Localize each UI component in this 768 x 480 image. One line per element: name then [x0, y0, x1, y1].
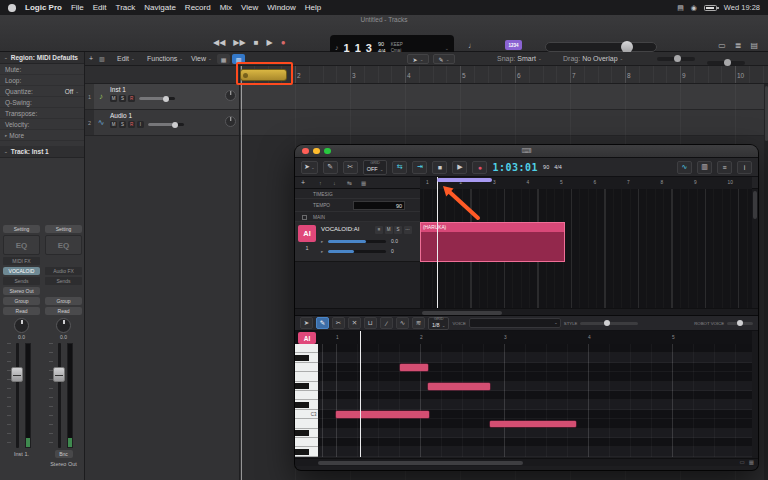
- volume-fader[interactable]: [45, 343, 82, 448]
- main-row[interactable]: MAIN: [295, 212, 420, 222]
- param-row-more[interactable]: ▸More: [0, 130, 84, 141]
- solo-button[interactable]: S: [119, 95, 126, 102]
- play-button[interactable]: ▶: [266, 38, 272, 47]
- mixer-icon[interactable]: ▤: [750, 41, 758, 50]
- play-button[interactable]: ▶: [452, 161, 467, 174]
- group-slot[interactable]: Group: [3, 297, 40, 305]
- grid-dropdown[interactable]: GRID OFF⌄: [363, 160, 388, 175]
- menu-logic-pro[interactable]: Logic Pro: [25, 3, 62, 12]
- siri-icon[interactable]: ◉: [691, 4, 697, 12]
- track-list-button[interactable]: ≡: [717, 161, 732, 174]
- master-volume-slider[interactable]: [545, 42, 657, 52]
- battery-icon[interactable]: [704, 5, 717, 11]
- more-button[interactable]: ⋯: [404, 226, 412, 234]
- pointer-tool-button[interactable]: ➤: [300, 317, 313, 329]
- vocaloid-track-row[interactable]: AI 1 VOCALOID:AI ≡ M S ⋯ ▸ 0.0 ▸ 0: [295, 222, 420, 262]
- mute-button[interactable]: M: [110, 121, 117, 128]
- black-key[interactable]: [295, 402, 309, 408]
- voice-part-badge[interactable]: AI: [298, 332, 316, 344]
- add-track-button[interactable]: +: [89, 55, 93, 62]
- param-row-transpose[interactable]: Transpose:: [0, 108, 84, 119]
- group-slot[interactable]: Group: [45, 297, 82, 305]
- zoom-fit-icon[interactable]: ▭: [740, 459, 745, 465]
- midi-note[interactable]: [490, 421, 576, 428]
- menu-edit-dropdown[interactable]: Edit⌄: [117, 55, 135, 62]
- bar-ruler[interactable]: 2345678910: [240, 66, 768, 84]
- midi-note[interactable]: [428, 383, 490, 390]
- count-in-button[interactable]: 1234: [505, 40, 522, 50]
- volume-fader[interactable]: [3, 343, 40, 448]
- tempo-row[interactable]: TEMPO 90: [295, 199, 420, 212]
- menu-view-dropdown[interactable]: View⌄: [191, 55, 212, 62]
- solo-button[interactable]: S: [119, 121, 126, 128]
- track-name[interactable]: Audio 1: [110, 112, 219, 119]
- pan-knob[interactable]: [56, 318, 71, 333]
- voice-dropdown[interactable]: [469, 318, 561, 328]
- minimize-button[interactable]: [313, 148, 320, 155]
- grid-dropdown[interactable]: GRID 1/8⌄: [428, 317, 449, 330]
- param-row-loop[interactable]: Loop:: [0, 75, 84, 86]
- zigzag-tool-button[interactable]: ≋: [412, 317, 425, 329]
- track-header-inst1[interactable]: 1 ♪ Inst 1 M S R: [85, 84, 239, 110]
- piano-vertical-scrollbar[interactable]: [752, 331, 758, 458]
- pointer-tool-button[interactable]: ➤⌄: [301, 161, 318, 174]
- punch-out-button[interactable]: ⇥: [412, 161, 427, 174]
- sends-slot[interactable]: Sends: [3, 277, 40, 285]
- param-row-qswing[interactable]: Q-Swing:: [0, 97, 84, 108]
- track-volume-slider[interactable]: [148, 123, 184, 126]
- voc-vertical-scrollbar[interactable]: [752, 189, 758, 308]
- metronome-icon[interactable]: ♩: [468, 41, 476, 50]
- duplicate-track-icon[interactable]: ▥: [99, 55, 105, 62]
- bounce-button[interactable]: Bnc: [55, 450, 73, 458]
- swap-icon[interactable]: ↹: [347, 180, 352, 186]
- menu-help[interactable]: Help: [305, 3, 321, 12]
- menu-clock[interactable]: Wed 19:28: [724, 3, 760, 12]
- piano-horizontal-scrollbar[interactable]: [295, 458, 758, 466]
- timesig-row[interactable]: TIMESIG: [295, 189, 420, 199]
- grid-view-button[interactable]: ▦: [217, 54, 230, 64]
- param-row-quantize[interactable]: Quantize:Off⌄: [0, 86, 84, 97]
- eq-thumbnail[interactable]: EQ: [3, 235, 40, 255]
- menu-file[interactable]: File: [71, 3, 84, 12]
- scissors-tool-button[interactable]: ✂: [332, 317, 345, 329]
- snap-selector[interactable]: Snap: Smart ⌄: [497, 55, 542, 62]
- setting-button[interactable]: Setting: [3, 225, 40, 233]
- horizontal-zoom-slider[interactable]: [657, 57, 695, 61]
- piano-playhead[interactable]: [360, 331, 361, 457]
- input-monitor-button[interactable]: I: [137, 121, 144, 128]
- drag-selector[interactable]: Drag: No Overlap ⌄: [563, 55, 623, 62]
- output-slot[interactable]: Stereo Out: [3, 287, 40, 295]
- left-click-tool-selector[interactable]: ➤⌄: [407, 54, 429, 64]
- tempo-value-box[interactable]: 90: [353, 201, 405, 210]
- expand-icon[interactable]: ▸: [321, 249, 323, 254]
- pencil-tool-button[interactable]: ✎: [323, 161, 338, 174]
- fader-cap[interactable]: [11, 367, 23, 382]
- grid-icon[interactable]: ▦: [361, 180, 366, 186]
- record-enable-button[interactable]: R: [128, 121, 135, 128]
- track-volume-slider[interactable]: [328, 240, 386, 243]
- track-volume-slider[interactable]: [139, 97, 175, 100]
- piano-keyboard[interactable]: C3: [295, 344, 318, 457]
- forward-button[interactable]: ▶▶: [233, 38, 245, 47]
- automation-mode-button[interactable]: Read: [3, 307, 40, 315]
- track-pan-knob[interactable]: [225, 116, 236, 127]
- eraser-tool-button[interactable]: ✕: [348, 317, 361, 329]
- region-inspector-header[interactable]: ⌄ Region: MIDI Defaults: [0, 52, 84, 64]
- mixer-button[interactable]: ▥: [697, 161, 712, 174]
- record-button[interactable]: ●: [472, 161, 487, 174]
- mute-button[interactable]: M: [110, 95, 117, 102]
- record-enable-button[interactable]: R: [128, 95, 135, 102]
- vocaloid-title-bar[interactable]: ⌨: [295, 145, 758, 158]
- param-row-mute[interactable]: Mute:: [0, 64, 84, 75]
- info-button[interactable]: i: [737, 161, 752, 174]
- menu-navigate[interactable]: Navigate: [144, 3, 176, 12]
- command-click-tool-selector[interactable]: ✎⌄: [433, 54, 455, 64]
- automation-mode-button[interactable]: Read: [45, 307, 82, 315]
- voc-horizontal-scrollbar[interactable]: [295, 308, 758, 315]
- eq-thumbnail[interactable]: EQ: [45, 235, 82, 255]
- track-header-audio1[interactable]: 2 ∿ Audio 1 M S R I: [85, 110, 239, 136]
- track-inspector-header[interactable]: ⌄ Track: Inst 1: [0, 146, 84, 158]
- stop-button[interactable]: ■: [254, 38, 259, 47]
- automation-curve-button[interactable]: ∿: [677, 161, 692, 174]
- solo-button[interactable]: S: [394, 226, 402, 234]
